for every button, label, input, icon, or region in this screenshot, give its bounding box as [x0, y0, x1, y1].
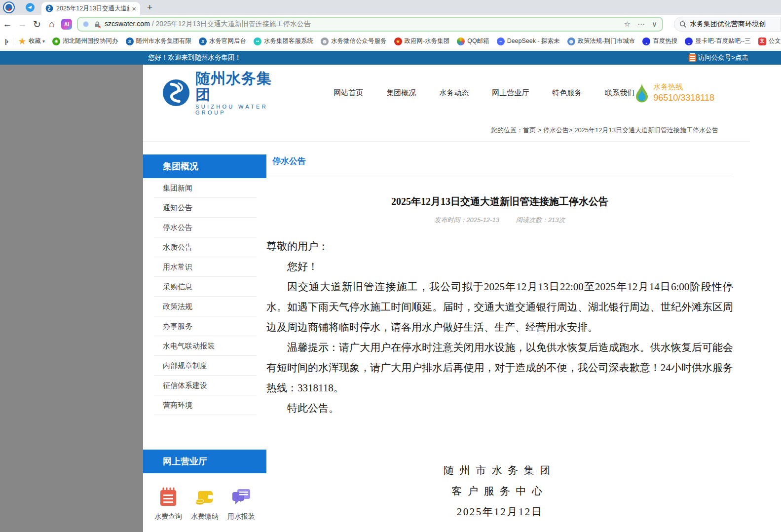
teal-paw-icon: •• [254, 38, 261, 45]
publish-date: 发布时间：2025-12-13 [434, 216, 499, 224]
bookmark-item[interactable]: ◍ 政策法规-荆门市城市 [567, 37, 635, 45]
hotline-number: 96510/3318118 [653, 93, 714, 103]
url-domain: szcswater.com [105, 20, 150, 28]
bookmark-item[interactable]: ★ 政府网-水务集团 [394, 37, 450, 45]
nav-contact-us[interactable]: 联系我们 [605, 88, 634, 98]
hotline-block: 水务热线 96510/3318118 [634, 82, 714, 104]
back-button[interactable]: ← [0, 19, 15, 30]
more-actions-icon[interactable]: ⋯ [637, 20, 645, 29]
sidebar-online-hall-header[interactable]: 网上营业厅 [143, 450, 266, 473]
welcome-greeting: 您好！欢迎来到随州水务集团！ [148, 53, 241, 62]
paragraph: 尊敬的用户： [266, 236, 733, 257]
home-button[interactable]: ⌂ [44, 19, 59, 30]
bookmark-item[interactable]: •• 水务集团客服系统 [254, 37, 313, 45]
left-gray-band [0, 65, 143, 532]
article: 停水公告 2025年12月13日交通大道新旧管连接施工停水公告 发布时间：202… [266, 154, 750, 532]
nav-water-news[interactable]: 水务动态 [439, 88, 469, 98]
breadcrumb: 您的位置：首页 > 停水公告> 2025年12月13日交通大道新旧管连接施工停水… [143, 121, 750, 142]
sidebar-item-business-env[interactable]: 营商环境 [154, 395, 257, 415]
bookmark-item[interactable]: S 水务官网后台 [199, 37, 246, 45]
caret-down-icon: ▾ [42, 38, 45, 44]
sidebar: 集团概况 集团新闻 通知公告 停水公告 水质公告 用水常识 采购信息 政策法规 … [143, 154, 266, 532]
url-text[interactable]: szcswater.com / 2025年12月13日交通大道新旧管连接施工停水… [105, 20, 620, 29]
bookmark-item[interactable]: ‸ 百度热搜 [642, 37, 677, 45]
insecure-lock-icon[interactable]: ✕ [94, 21, 101, 28]
tab-close-icon[interactable]: × [132, 5, 136, 12]
red-square-icon: 文 [758, 38, 766, 45]
active-tab[interactable]: 2025年12月13日交通大道新 × [41, 2, 140, 15]
sidebar-item-credit-system[interactable]: 征信体系建设 [154, 376, 257, 395]
service-water-fee-pay[interactable]: 水费缴纳 [187, 486, 222, 521]
bookmark-star-icon[interactable]: ☆ [624, 20, 631, 29]
sidebar-item-procurement[interactable]: 采购信息 [154, 277, 257, 297]
signature-dept: 客户服务中心 [266, 481, 733, 501]
sidebar-item-water-outage[interactable]: 停水公告 [154, 218, 257, 237]
star-icon: ★ [18, 38, 26, 45]
bookmark-item[interactable]: ‸ 显卡吧-百度贴吧--三 [685, 37, 751, 45]
main-nav: 网站首页 集团概况 水务动态 网上营业厅 特色服务 联系我们 [334, 88, 634, 98]
nav-home[interactable]: 网站首页 [334, 88, 363, 98]
sidebar-item-utility-install[interactable]: 水电气联动报装 [154, 336, 257, 356]
address-bar[interactable]: ✕ szcswater.com / 2025年12月13日交通大道新旧管连接施工… [77, 17, 663, 32]
sidebar-item-internal-rules[interactable]: 内部规章制度 [154, 356, 257, 376]
globe-icon: ◍ [321, 38, 329, 45]
logo-subtitle: SUIZHOU WATER GROUP [195, 104, 275, 115]
signature-date: 2025年12月12日 [266, 501, 733, 522]
sidebar-item-water-quality[interactable]: 水质公告 [154, 237, 257, 257]
breadcrumb-prefix: 您的位置： [491, 126, 523, 134]
nav-group-overview[interactable]: 集团概况 [386, 88, 416, 98]
deepseek-whale-icon: ~ [497, 38, 505, 45]
breadcrumb-section-link[interactable]: 停水公告 [543, 126, 569, 134]
sidebar-toggle-icon[interactable]: |› [5, 38, 8, 45]
new-tab-button[interactable]: + [147, 2, 152, 13]
view-count: 阅读次数：213次 [516, 216, 565, 224]
ai-assistant-button[interactable]: AI [61, 19, 72, 30]
sidebar-item-services[interactable]: 办事服务 [154, 316, 257, 336]
site-favicon-icon [45, 4, 53, 12]
article-section-title: 停水公告 [266, 154, 733, 174]
sidebar-item-water-knowledge[interactable]: 用水常识 [154, 257, 257, 277]
services-row-partial [143, 521, 266, 532]
bookmark-item[interactable]: ◍ 水务微信公众号服务 [321, 37, 387, 45]
site-logo[interactable]: 随州水务集团 SUIZHOU WATER GROUP [162, 70, 275, 115]
extension-dot-icon[interactable] [83, 21, 89, 27]
notepad-icon [689, 54, 696, 62]
site-header: 随州水务集团 SUIZHOU WATER GROUP 网站首页 集团概况 水务动… [143, 65, 750, 121]
sidebar-group-overview-header[interactable]: 集团概况 [143, 154, 266, 178]
forward-button[interactable]: → [15, 19, 30, 30]
bookmark-item[interactable]: S 随州市水务集团有限 [126, 37, 192, 45]
water-logo-icon: S [126, 38, 134, 45]
service-water-install[interactable]: 用水报装 [224, 486, 259, 521]
bookmarks-bar: |› ★ 收藏 ▾ ✳ 湖北随州国投协同办 S 随州市水务集团有限 S 水务官网… [0, 34, 781, 49]
bookmark-item[interactable]: ✳ 湖北随州国投协同办 [52, 37, 118, 45]
sidebar-item-policies[interactable]: 政策法规 [154, 297, 257, 316]
wallet-icon [194, 486, 216, 508]
page-viewport: 您好！欢迎来到随州水务集团！ 访问公众号>点击 随州水务集团 SUIZHOU W… [0, 49, 781, 532]
reload-button[interactable]: ↻ [30, 19, 44, 30]
sidebar-item-notices[interactable]: 通知公告 [154, 198, 257, 218]
globe-blue-icon: ◍ [567, 38, 575, 45]
search-icon [679, 21, 686, 28]
browser-logo-icon [3, 1, 15, 13]
breadcrumb-home-link[interactable]: 首页 [523, 126, 536, 134]
dropdown-chevron-icon[interactable]: ∨ [652, 20, 657, 29]
bookmark-item[interactable]: 文 公文宝 [758, 37, 781, 45]
service-water-fee-query[interactable]: 水费查询 [151, 486, 186, 521]
paragraph: 您好！ [266, 257, 733, 277]
toolbar-search-box[interactable]: 水务集团优化营商环境创 [674, 17, 781, 32]
sidebar-item-group-news[interactable]: 集团新闻 [154, 178, 257, 198]
search-query-text: 水务集团优化营商环境创 [690, 20, 766, 29]
paragraph: 特此公告。 [266, 398, 733, 418]
nav-special-services[interactable]: 特色服务 [552, 88, 582, 98]
article-meta: 发布时间：2025-12-13阅读次数：213次 [266, 216, 733, 225]
bookmark-item[interactable]: QQ邮箱 [457, 37, 489, 45]
bookmark-item[interactable]: ~ DeepSeek - 探索未 [497, 37, 560, 45]
chat-bubbles-icon [230, 486, 252, 508]
browser-toolbar: ← → ↻ ⌂ AI ✕ szcswater.com / 2025年12月13日… [0, 15, 781, 34]
bookmark-favorites[interactable]: ★ 收藏 ▾ [18, 37, 45, 45]
wechat-official-link[interactable]: 访问公众号>点击 [689, 53, 748, 62]
article-body: 尊敬的用户： 您好！ 因交通大道新旧管连接施工，我公司拟于2025年12月13日… [266, 236, 733, 418]
telegram-pinned-icon[interactable] [26, 3, 35, 12]
baidu-paw-icon: ‸ [642, 38, 650, 45]
nav-online-hall[interactable]: 网上营业厅 [492, 88, 529, 98]
